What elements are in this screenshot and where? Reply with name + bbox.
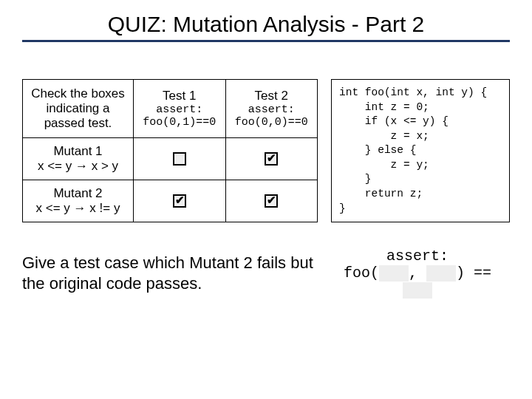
assert-expr: foo(, ) == (325, 265, 510, 299)
col-test1-header: Test 1 assert: foo(0,1)==0 (134, 80, 226, 138)
code-block: int foo(int x, int y) { int z = 0; if (x… (331, 79, 510, 222)
bottom-row: Give a test case which Mutant 2 fails bu… (22, 248, 510, 299)
col-test1-title: Test 1 (140, 89, 219, 103)
table-row: Mutant 2 x <= y → x != y (23, 180, 318, 222)
mutant1-name: Mutant 1 (29, 144, 127, 159)
mutant1-change: x <= y → x > y (29, 159, 127, 174)
mutant1-label: Mutant 1 x <= y → x > y (23, 137, 134, 180)
assert-block: assert: foo(, ) == (325, 248, 510, 299)
assert-prefix: foo( (344, 265, 379, 282)
blank-arg2[interactable] (426, 265, 456, 282)
assert-label: assert: (325, 248, 510, 265)
blank-result[interactable] (403, 282, 432, 299)
col-test1-sub: assert: foo(0,1)==0 (140, 103, 219, 129)
bottom-prompt: Give a test case which Mutant 2 fails bu… (22, 253, 318, 293)
mutant2-change: x <= y → x != y (29, 201, 127, 216)
checkbox-m2-t2[interactable] (265, 194, 278, 208)
checkbox-m1-t2[interactable] (265, 152, 278, 166)
content-row: Check the boxes indicating a passed test… (22, 79, 510, 222)
assert-comma: , (409, 265, 417, 282)
instruction-cell: Check the boxes indicating a passed test… (23, 80, 134, 138)
assert-suffix: ) == (456, 265, 491, 282)
col-test2-title: Test 2 (232, 89, 312, 103)
page-title: QUIZ: Mutation Analysis - Part 2 (22, 12, 510, 37)
checkbox-m2-t1[interactable] (173, 194, 186, 208)
mutant-table: Check the boxes indicating a passed test… (22, 79, 318, 222)
divider (22, 40, 510, 42)
mutant2-name: Mutant 2 (29, 186, 127, 201)
col-test2-header: Test 2 assert: foo(0,0)==0 (225, 80, 318, 138)
table-row: Mutant 1 x <= y → x > y (23, 137, 318, 180)
checkbox-m1-t1[interactable] (173, 152, 186, 166)
col-test2-sub: assert: foo(0,0)==0 (232, 103, 312, 129)
mutant2-label: Mutant 2 x <= y → x != y (23, 180, 134, 222)
blank-arg1[interactable] (379, 265, 409, 282)
